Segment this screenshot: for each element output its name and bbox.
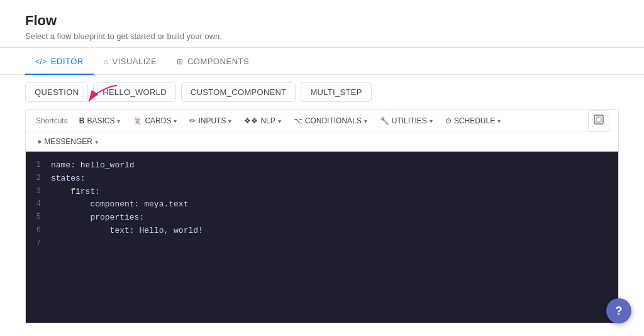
tabs-row: </> EDITOR ⌂ VISUALIZE ⊞ COMPONENTS — [0, 48, 644, 75]
nlp-dropdown-icon: ▾ — [278, 118, 281, 125]
code-line-2: 2 states: — [26, 172, 618, 186]
toolbar-basics[interactable]: B BASICS ▾ — [73, 111, 127, 130]
code-editor[interactable]: 1 name: hello_world 2 states: 3 first: 4… — [26, 152, 618, 323]
code-line-3: 3 first: — [26, 186, 618, 199]
conditionals-dropdown-icon: ▾ — [364, 118, 367, 125]
svg-rect-1 — [594, 115, 603, 124]
visualize-tab-icon: ⌂ — [104, 57, 109, 66]
editor-tab-icon: </> — [35, 57, 47, 66]
flow-btn-custom-component[interactable]: CUSTOM_COMPONENT — [181, 82, 296, 102]
flow-btn-multi-step[interactable]: MULTI_STEP — [301, 82, 371, 102]
expand-button[interactable] — [588, 110, 609, 132]
toolbar-row-1: Shortcuts B BASICS ▾ 🃏 CARDS ▾ ✏ INPUTS … — [26, 110, 618, 132]
code-line-7: 7 — [26, 238, 618, 250]
tab-editor[interactable]: </> EDITOR — [25, 48, 94, 75]
help-icon: ? — [616, 305, 623, 318]
flow-btn-question[interactable]: QUESTION — [25, 82, 88, 102]
expand-icon — [594, 115, 604, 125]
page-subtitle: Select a flow blueprint to get started o… — [25, 31, 619, 41]
main-container: Flow Select a flow blueprint to get star… — [0, 0, 644, 336]
tab-components[interactable]: ⊞ COMPONENTS — [167, 48, 259, 75]
utilities-dropdown-icon: ▾ — [430, 118, 433, 125]
toolbar-cards[interactable]: 🃏 CARDS ▾ — [126, 111, 183, 130]
flow-buttons-wrapper: QUESTION HELLO_WORLD CUSTOM_COMPONENT MU… — [0, 75, 644, 109]
cards-dropdown-icon: ▾ — [174, 118, 177, 125]
toolbar-messenger[interactable]: ● MESSENGER ▾ — [31, 132, 104, 151]
code-line-4: 4 component: meya.text — [26, 198, 618, 211]
help-button[interactable]: ? — [606, 298, 631, 323]
code-line-5: 5 properties: — [26, 211, 618, 225]
page-header: Flow Select a flow blueprint to get star… — [0, 0, 644, 48]
shortcuts-label: Shortcuts — [31, 111, 73, 130]
toolbar-inputs[interactable]: ✏ INPUTS ▾ — [183, 111, 238, 130]
editor-area: Shortcuts B BASICS ▾ 🃏 CARDS ▾ ✏ INPUTS … — [25, 109, 619, 323]
schedule-dropdown-icon: ▾ — [497, 118, 501, 125]
editor-toolbar: Shortcuts B BASICS ▾ 🃏 CARDS ▾ ✏ INPUTS … — [26, 110, 618, 152]
toolbar-schedule[interactable]: ⊙ SCHEDULE ▾ — [439, 111, 507, 130]
toolbar-nlp[interactable]: ❖❖ NLP ▾ — [238, 111, 287, 130]
toolbar-utilities[interactable]: 🔧 UTILITIES ▾ — [374, 111, 439, 130]
code-line-1: 1 name: hello_world — [26, 159, 618, 172]
messenger-dropdown-icon: ▾ — [95, 138, 98, 145]
toolbar-row-2: ● MESSENGER ▾ — [26, 132, 618, 151]
flow-buttons-row: QUESTION HELLO_WORLD CUSTOM_COMPONENT MU… — [0, 75, 644, 109]
toolbar-conditionals[interactable]: ⌥ CONDITIONALS ▾ — [287, 111, 374, 130]
basics-dropdown-icon: ▾ — [117, 118, 120, 125]
messenger-icon: ● — [37, 137, 42, 146]
page-title: Flow — [25, 13, 619, 29]
code-line-6: 6 text: Hello, world! — [26, 225, 618, 238]
flow-btn-hello-world[interactable]: HELLO_WORLD — [93, 82, 176, 102]
tab-visualize[interactable]: ⌂ VISUALIZE — [94, 48, 167, 75]
inputs-dropdown-icon: ▾ — [228, 118, 231, 125]
svg-rect-2 — [596, 117, 601, 122]
components-tab-icon: ⊞ — [177, 57, 184, 66]
